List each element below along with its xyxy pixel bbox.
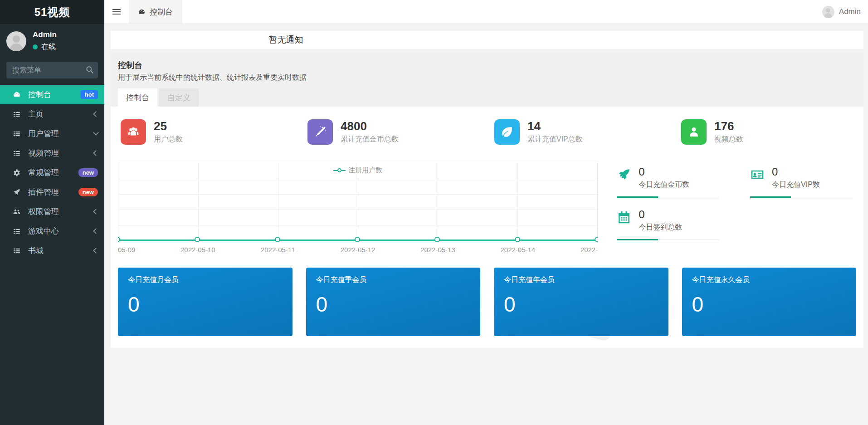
stat-label: 视频总数 <box>714 135 743 144</box>
chart-data-point[interactable] <box>275 237 280 242</box>
card-value: 0 <box>504 292 658 317</box>
search-icon[interactable] <box>85 65 94 74</box>
user-name: Admin <box>33 30 57 39</box>
chevron-left-icon <box>93 150 99 156</box>
stats-row: 25 用户总数 4800 累计充值金币总数 <box>118 119 856 145</box>
x-tick-label: 2022-05-14 <box>500 246 535 254</box>
card-title: 今日充值永久会员 <box>692 275 847 285</box>
main-area: 控制台 Admin 暂无通知 控制台 用于展示当前系统中的统计数据、统计报表及重… <box>104 0 868 425</box>
stat-total-coins: 4800 累计充值金币总数 <box>305 119 483 145</box>
topbar-user-menu[interactable]: Admin <box>822 6 868 18</box>
today-stat-value: 0 <box>772 166 820 177</box>
chevron-left-icon <box>93 228 99 234</box>
panel-subtitle: 用于展示当前系统中的统计数据、统计报表及重要实时数据 <box>118 73 856 83</box>
sidebar-item-label: 书城 <box>28 245 94 256</box>
card-title: 今日充值季会员 <box>316 275 471 285</box>
user-avatar[interactable] <box>6 31 26 51</box>
hamburger-icon <box>112 8 121 16</box>
today-stat-label: 今日充值VIP数 <box>772 180 820 190</box>
stat-value: 25 <box>154 120 183 133</box>
chevron-left-icon <box>93 248 99 254</box>
sidebar-item-game-center[interactable]: 游戏中心 <box>0 221 104 241</box>
online-status-dot-icon <box>33 44 38 49</box>
notice-text: 暂无通知 <box>111 34 303 46</box>
tab-console-label: 控制台 <box>150 7 173 17</box>
rocket-icon <box>617 167 631 182</box>
card-value: 0 <box>128 292 283 317</box>
sidebar-item-auth-mgmt[interactable]: 权限管理 <box>0 202 104 221</box>
x-tick-label: 2022-05-13 <box>420 246 455 254</box>
today-stat-label: 今日充值金币数 <box>639 180 689 190</box>
card-permanent-member[interactable]: 今日充值永久会员 0 <box>682 268 857 336</box>
chart-data-point[interactable] <box>195 237 200 242</box>
chart-plot-area: 注册用户数 <box>118 163 598 241</box>
app-root: 51视频 Admin 在线 <box>0 0 868 425</box>
x-tick-label: 2022-05-15 <box>580 246 598 254</box>
card-title: 今日充值年会员 <box>504 275 658 285</box>
x-tick-label: 2022-05-11 <box>261 246 295 254</box>
tab-dashboard[interactable]: 控制台 <box>118 88 157 107</box>
menu-search-input[interactable] <box>6 62 98 78</box>
chart-data-point[interactable] <box>355 237 360 242</box>
topbar-user-name: Admin <box>839 7 861 16</box>
card-quarterly-member[interactable]: 今日充值季会员 0 <box>306 268 481 336</box>
app-logo[interactable]: 51视频 <box>0 0 104 24</box>
stat-value: 176 <box>714 120 743 133</box>
sidebar-item-label: 常规管理 <box>28 167 78 178</box>
sidebar-item-label: 控制台 <box>28 89 81 100</box>
list-icon <box>12 227 22 235</box>
card-yearly-member[interactable]: 今日充值年会员 0 <box>494 268 668 336</box>
panel-title: 控制台 <box>118 60 856 71</box>
hot-badge: hot <box>81 90 98 99</box>
sidebar-item-video-mgmt[interactable]: 视频管理 <box>0 143 104 163</box>
stat-total-vip: 14 累计充值VIP总数 <box>492 119 669 145</box>
sidebar-item-label: 视频管理 <box>28 148 94 158</box>
sidebar-item-label: 插件管理 <box>28 187 78 197</box>
topbar: 控制台 Admin <box>104 0 868 24</box>
sidebar-item-user-mgmt[interactable]: 用户管理 <box>0 124 104 143</box>
stat-label: 累计充值金币总数 <box>341 135 399 144</box>
member-cards-row: 今日充值月会员 0 今日充值季会员 0 今日充值年会员 0 今日充值永久会员 <box>118 268 856 336</box>
stat-total-videos: 176 视频总数 <box>678 119 856 145</box>
panel-tabs: 控制台 自定义 <box>118 88 856 107</box>
today-checkin-total: 0 今日签到总数 <box>617 209 719 240</box>
user-avatar <box>822 6 834 18</box>
today-stats: 0 今日充值金币数 0 <box>598 163 856 257</box>
calendar-icon <box>617 210 631 225</box>
chevron-left-icon <box>93 111 99 117</box>
chart-data-point[interactable] <box>595 237 598 242</box>
user-status: 在线 <box>33 42 57 52</box>
sidebar-item-plugin-mgmt[interactable]: 插件管理 new <box>0 182 104 202</box>
register-users-chart: 注册用户数 <box>118 163 598 257</box>
today-stat-value: 0 <box>639 166 689 177</box>
tab-custom[interactable]: 自定义 <box>159 88 199 107</box>
today-stat-value: 0 <box>639 209 682 220</box>
today-coin-recharge: 0 今日充值金币数 <box>617 166 719 197</box>
card-value: 0 <box>692 292 847 317</box>
stat-total-users: 25 用户总数 <box>118 119 296 145</box>
user-icon <box>681 119 707 145</box>
legend-series-label: 注册用户数 <box>348 166 382 175</box>
rocket-icon <box>12 188 22 196</box>
card-monthly-member[interactable]: 今日充值月会员 0 <box>118 268 293 336</box>
sidebar-item-bookstore[interactable]: 书城 <box>0 241 104 260</box>
sidebar-item-general-mgmt[interactable]: 常规管理 new <box>0 163 104 182</box>
panel-heading: 控制台 用于展示当前系统中的统计数据、统计报表及重要实时数据 控制台 自定义 <box>111 54 863 107</box>
sidebar-item-label: 游戏中心 <box>28 226 94 236</box>
id-card-icon <box>750 167 765 182</box>
list-icon <box>12 110 22 118</box>
tab-console[interactable]: 控制台 <box>129 0 182 24</box>
chart-data-point[interactable] <box>515 237 520 242</box>
x-tick-label: 2022-05-12 <box>341 246 375 254</box>
online-status-label: 在线 <box>41 42 56 52</box>
sidebar-item-console[interactable]: 控制台 hot <box>0 85 104 104</box>
dashboard-panel: 控制台 用于展示当前系统中的统计数据、统计报表及重要实时数据 控制台 自定义 <box>111 54 863 348</box>
sidebar-item-home[interactable]: 主页 <box>0 104 104 124</box>
chart-legend[interactable]: 注册用户数 <box>118 166 597 175</box>
sidebar-toggle-button[interactable] <box>104 0 129 24</box>
sidebar-item-label: 权限管理 <box>28 206 94 217</box>
chevron-down-icon <box>93 130 99 136</box>
stat-label: 用户总数 <box>154 135 183 144</box>
chart-data-point[interactable] <box>434 237 440 242</box>
chevron-left-icon <box>93 209 99 215</box>
